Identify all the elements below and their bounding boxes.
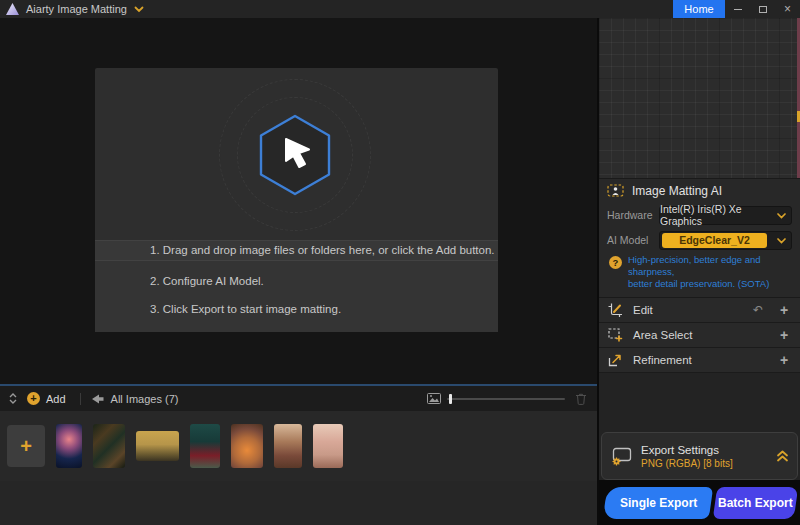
- expand-area-select-icon[interactable]: +: [777, 327, 791, 343]
- collapse-panel-icon[interactable]: [6, 393, 20, 404]
- library-panel: + Add All Images (7): [0, 384, 597, 525]
- thumbnail-strip: +: [0, 411, 597, 481]
- steps-area: 2. Configure AI Model. 3. Click Export t…: [95, 261, 498, 332]
- tool-section-edit[interactable]: Edit ↶ +: [599, 298, 800, 323]
- area-select-icon: [608, 328, 623, 342]
- chevron-down-icon: [777, 238, 786, 244]
- titlebar: Aiarty Image Matting Home ×: [0, 0, 800, 18]
- add-image-tile[interactable]: +: [7, 425, 45, 467]
- maximize-icon: [759, 6, 767, 13]
- edit-crop-icon: [608, 303, 623, 318]
- workspace: 1. Drag and drop image files or folders …: [0, 18, 597, 525]
- export-buttons-bar: Single Export Batch Export: [599, 480, 800, 525]
- thumbnail-woman-white-dress[interactable]: [313, 424, 343, 468]
- library-toolbar: + Add All Images (7): [0, 386, 597, 411]
- app-window: Aiarty Image Matting Home × 1. Drag and …: [0, 0, 800, 525]
- dropzone-graphic: [95, 68, 498, 240]
- model-hint-row: ? High-precision, better edge and sharpn…: [599, 252, 800, 298]
- hexagon-cursor-icon: [255, 112, 335, 198]
- model-hint-text: High-precision, better edge and sharpnes…: [628, 254, 792, 290]
- add-button-label[interactable]: Add: [46, 393, 66, 405]
- slider-handle[interactable]: [449, 394, 452, 404]
- thumbnail-zoom-slider[interactable]: [447, 394, 565, 404]
- ai-model-dropdown[interactable]: EdgeClear_V2: [659, 231, 792, 250]
- model-hint-line2: better detail preservation. (SOTA): [628, 278, 769, 289]
- ai-model-value: EdgeClear_V2: [662, 233, 767, 248]
- tool-label: Refinement: [633, 354, 692, 366]
- thumbnail-size-icon: [427, 393, 441, 404]
- hardware-dropdown[interactable]: Intel(R) Iris(R) Xe Graphics: [659, 206, 792, 225]
- single-export-button[interactable]: Single Export: [603, 487, 714, 519]
- chevron-down-icon: [777, 213, 786, 219]
- ai-model-row: AI Model EdgeClear_V2: [599, 228, 800, 252]
- help-icon[interactable]: ?: [609, 256, 622, 269]
- matting-ai-icon: [607, 184, 624, 197]
- tool-section-refinement[interactable]: Refinement +: [599, 348, 800, 373]
- app-menu-chevron-down-icon[interactable]: [134, 6, 144, 13]
- step-1-text: 1. Drag and drop image files or folders …: [150, 243, 495, 258]
- minimize-icon: [734, 9, 742, 10]
- model-hint-line1: High-precision, better edge and sharpnes…: [628, 254, 761, 277]
- image-dropzone[interactable]: 1. Drag and drop image files or folders …: [95, 68, 498, 332]
- step-3-text: 3. Click Export to start image matting.: [150, 302, 498, 317]
- tool-section-area-select[interactable]: Area Select +: [599, 323, 800, 348]
- right-panel: Image Matting AI Hardware Intel(R) Iris(…: [597, 18, 800, 525]
- minimize-button[interactable]: [725, 0, 750, 18]
- ai-model-label: AI Model: [607, 234, 659, 246]
- toolbar-divider: [80, 393, 81, 405]
- undo-icon[interactable]: ↶: [753, 303, 763, 317]
- thumbnail-woman-orange-flowers[interactable]: [231, 424, 263, 468]
- expand-edit-icon[interactable]: +: [777, 302, 791, 318]
- batch-export-button[interactable]: Batch Export: [713, 487, 798, 519]
- export-settings-title: Export Settings: [641, 444, 733, 456]
- export-texts: Export Settings PNG (RGBA) [8 bits]: [641, 444, 733, 469]
- expand-refinement-icon[interactable]: +: [777, 352, 791, 368]
- thumbnail-dark-floral-collage[interactable]: [93, 424, 125, 468]
- add-button-icon[interactable]: +: [27, 392, 40, 405]
- slider-track: [447, 398, 565, 400]
- image-matting-ai-header: Image Matting AI: [599, 178, 800, 202]
- collapse-up-icon[interactable]: [776, 450, 789, 462]
- export-settings-icon: [610, 447, 633, 466]
- hardware-row: Hardware Intel(R) Iris(R) Xe Graphics: [599, 202, 800, 228]
- hardware-label: Hardware: [607, 209, 659, 221]
- trash-icon[interactable]: [575, 392, 587, 405]
- thumbnail-woman-brown-flowers[interactable]: [274, 424, 302, 468]
- all-images-label: All Images (7): [111, 393, 179, 405]
- step-1-row: 1. Drag and drop image files or folders …: [95, 240, 498, 261]
- maximize-button[interactable]: [750, 0, 775, 18]
- app-title: Aiarty Image Matting: [26, 3, 127, 15]
- tool-label: Area Select: [633, 329, 692, 341]
- close-button[interactable]: ×: [775, 0, 800, 18]
- export-settings-card[interactable]: Export Settings PNG (RGBA) [8 bits]: [601, 432, 798, 480]
- home-button[interactable]: Home: [673, 0, 725, 18]
- arrow-left-icon: [92, 394, 104, 404]
- export-format-value: PNG (RGBA) [8 bits]: [641, 458, 733, 469]
- tool-label: Edit: [633, 304, 653, 316]
- toolbar-right-group: [427, 392, 591, 405]
- app-logo-icon: [6, 3, 19, 15]
- right-panel-filler: [599, 373, 800, 432]
- thumbnail-bicycle[interactable]: [136, 431, 179, 461]
- all-images-filter[interactable]: All Images (7): [92, 393, 179, 405]
- hardware-value: Intel(R) Iris(R) Xe Graphics: [660, 203, 791, 227]
- thumbnail-woman-red-dress-forest[interactable]: [190, 424, 220, 468]
- step-2-text: 2. Configure AI Model.: [150, 274, 498, 289]
- preview-canvas: [599, 18, 800, 178]
- section-title: Image Matting AI: [632, 184, 722, 198]
- thumbnail-jellyfish[interactable]: [56, 424, 82, 468]
- refinement-icon: [608, 353, 623, 367]
